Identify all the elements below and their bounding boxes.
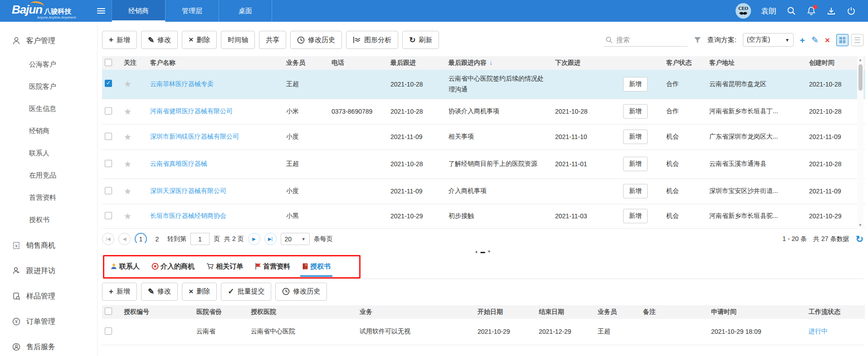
auth-header-select-all[interactable]: [102, 305, 121, 319]
search-icon[interactable]: [786, 6, 796, 16]
auth-delete-button[interactable]: ×删除: [182, 283, 217, 301]
customer-link[interactable]: 云南菲林医疗器械专卖: [150, 80, 214, 87]
auth-header-remark[interactable]: 备注: [640, 305, 708, 319]
star-icon[interactable]: ★: [124, 132, 132, 142]
header-rep[interactable]: 业务员: [283, 56, 329, 70]
row-checkbox[interactable]: [105, 327, 112, 335]
header-phone[interactable]: 电话: [329, 56, 388, 70]
notifications-bell-icon[interactable]: [806, 6, 816, 16]
row-add-button[interactable]: 新增: [623, 77, 648, 91]
sidebar-item-order-management[interactable]: ¥ 订单管理: [0, 309, 97, 334]
auth-header-hospital[interactable]: 授权医院: [248, 305, 357, 319]
row-add-button[interactable]: 新增: [623, 209, 648, 223]
select-all-checkbox[interactable]: [105, 308, 112, 315]
sidebar-item-contacts[interactable]: 联系人: [0, 142, 97, 164]
header-next-follow[interactable]: 下次跟进: [552, 56, 620, 70]
collapse-up-icon[interactable]: ▲: [475, 250, 478, 254]
workflow-status-link[interactable]: 进行中: [809, 327, 828, 335]
sort-desc-icon[interactable]: ↓: [489, 59, 493, 66]
row-add-button[interactable]: 新增: [623, 157, 648, 171]
chart-analysis-button[interactable]: 图形分析: [346, 31, 398, 49]
select-all-checkbox[interactable]: [105, 59, 112, 66]
edit-query-plan-icon[interactable]: ✎: [811, 36, 819, 44]
row-checkbox[interactable]: [105, 107, 112, 115]
auth-header-end[interactable]: 结束日期: [536, 305, 595, 319]
menu-toggle-icon[interactable]: [91, 0, 112, 22]
table-row[interactable]: ★ 深圳市新鸿镁医疗器械有限公司 小度 2021-11-09 相关事项 2021…: [102, 124, 865, 149]
row-add-button[interactable]: 新增: [623, 184, 648, 198]
table-row[interactable]: ★ 云南菲林医疗器械专卖 王超 2021-10-28 云南省中心医院签约后续的情…: [102, 70, 865, 99]
goto-page-input[interactable]: [190, 233, 210, 245]
sidebar-item-hospital-customers[interactable]: 医院客户: [0, 76, 97, 98]
customer-link[interactable]: 长垣市医疗器械经销商协会: [150, 212, 226, 219]
header-last-follow-content[interactable]: 最后跟进内容↓: [446, 56, 552, 70]
delete-query-plan-icon[interactable]: ×: [825, 36, 830, 44]
auth-add-button[interactable]: +新增: [102, 283, 137, 301]
header-address[interactable]: 客户地址: [707, 56, 806, 70]
sidebar-item-distributors[interactable]: 经销商: [0, 120, 97, 142]
refresh-list-icon[interactable]: ↻: [855, 234, 863, 245]
share-button[interactable]: 共享: [259, 31, 286, 49]
add-query-plan-icon[interactable]: +: [800, 36, 805, 44]
sidebar-item-first-camp-data[interactable]: 首营资料: [0, 187, 97, 209]
avatar[interactable]: CEO: [736, 3, 751, 19]
scrollbar-thumb[interactable]: [858, 64, 863, 91]
splitter-handle[interactable]: ▬: [481, 249, 485, 254]
list-view-toggle[interactable]: [851, 34, 863, 46]
customer-link[interactable]: 云南省真唯医疗器械: [150, 160, 207, 167]
user-name[interactable]: 袁朗: [761, 6, 776, 16]
add-button[interactable]: +新增: [102, 31, 137, 49]
customer-link[interactable]: 深圳市新鸿镁医疗器械有限公司: [150, 133, 239, 140]
scroll-up-icon[interactable]: ▲: [858, 56, 863, 63]
tab-contacts[interactable]: 联系人: [110, 255, 140, 278]
sidebar-item-authorization[interactable]: 授权书: [0, 209, 97, 231]
delete-button[interactable]: ×删除: [182, 31, 217, 49]
collapse-down-icon[interactable]: ▼: [488, 250, 491, 254]
auth-edit-button[interactable]: ✎修改: [141, 283, 178, 301]
query-plan-select[interactable]: (空方案) ▼: [743, 33, 794, 47]
sidebar-item-doctor-info[interactable]: 医生信息: [0, 98, 97, 120]
panel-splitter[interactable]: ▲ ▬ ▼: [102, 249, 863, 255]
sidebar-item-after-sales-service[interactable]: 售后服务: [0, 334, 97, 356]
row-add-button[interactable]: 新增: [623, 130, 648, 144]
sidebar-item-sales-opportunities[interactable]: ¥ 销售商机: [0, 233, 97, 258]
search-input[interactable]: [616, 36, 680, 43]
tab-management[interactable]: 管理层: [165, 0, 219, 22]
auth-header-start[interactable]: 开始日期: [475, 305, 536, 319]
star-icon[interactable]: ★: [124, 107, 132, 116]
first-page-button[interactable]: |◀: [102, 233, 114, 245]
timeline-button[interactable]: 时间轴: [221, 31, 255, 49]
page-size-select[interactable]: 20 ▼: [281, 233, 310, 245]
download-icon[interactable]: [826, 6, 836, 16]
table-row[interactable]: ★ 深圳天深医疗器械有限公司 小度 2021-11-09 介入商机事项 新增 机…: [102, 178, 865, 204]
tab-distributor[interactable]: 经销商: [112, 0, 165, 22]
vertical-scrollbar[interactable]: ▲ ▼: [857, 56, 863, 229]
last-page-button[interactable]: ▶|: [264, 233, 277, 245]
grid-view-toggle[interactable]: [836, 34, 848, 46]
table-row[interactable]: ★ 长垣市医疗器械经销商协会 小黑 2021-10-29 初步接触 2021-1…: [102, 204, 865, 228]
tab-authorization[interactable]: 授权书: [302, 255, 331, 278]
row-add-button[interactable]: 新增: [623, 104, 648, 119]
star-icon[interactable]: ★: [124, 159, 132, 169]
tab-opportunities[interactable]: 介入的商机: [151, 255, 195, 278]
power-icon[interactable]: [846, 6, 856, 16]
tab-first-camp-data[interactable]: 首营资料: [255, 255, 290, 278]
tab-related-orders[interactable]: 相关订单: [206, 255, 243, 278]
auth-header-rep[interactable]: 业务员: [595, 305, 640, 319]
auth-header-province[interactable]: 医院省份: [194, 305, 248, 319]
star-icon[interactable]: ★: [124, 212, 132, 221]
page-number-current[interactable]: 1: [135, 233, 147, 245]
header-status[interactable]: 客户状态: [663, 56, 707, 70]
header-last-follow[interactable]: 最后跟进: [388, 56, 446, 70]
header-customer-name[interactable]: 客户名称: [147, 56, 283, 70]
row-checkbox[interactable]: [105, 133, 112, 140]
batch-submit-button[interactable]: ✓批量提交: [221, 283, 271, 301]
sidebar-item-follow-up-visits[interactable]: 跟进拜访: [0, 258, 97, 284]
customer-link[interactable]: 深圳天深医疗器械有限公司: [150, 187, 226, 194]
row-checkbox[interactable]: [105, 212, 112, 219]
star-icon[interactable]: ★: [124, 79, 132, 89]
auth-history-button[interactable]: 修改历史: [275, 283, 327, 301]
sidebar-item-public-customers[interactable]: 公海客户: [0, 53, 97, 76]
header-watch[interactable]: 关注: [121, 56, 147, 70]
auth-header-number[interactable]: 授权编号: [121, 305, 194, 319]
